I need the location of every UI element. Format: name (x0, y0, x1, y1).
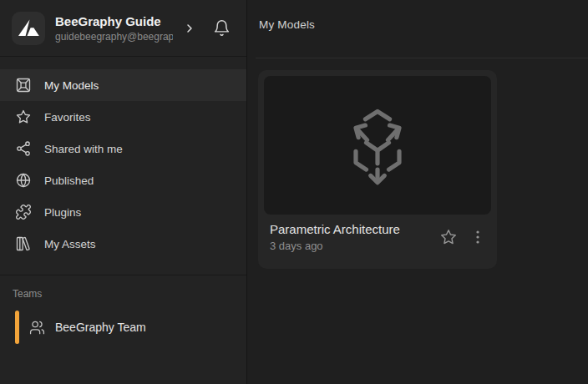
page-title: My Models (259, 18, 588, 31)
teams-section: Teams BeeGraphy Team (0, 275, 246, 346)
main-content: My Models (247, 0, 588, 384)
sidebar-item-label: Favorites (44, 111, 91, 124)
globe-icon (15, 172, 32, 189)
active-team-indicator (15, 311, 19, 344)
sidebar: BeeGraphy Guide guidebeegraphy@beegrap M… (0, 0, 247, 384)
team-name: BeeGraphy Team (55, 321, 146, 334)
bell-icon[interactable] (213, 19, 231, 37)
account-info: BeeGraphy Guide guidebeegraphy@beegrap (55, 14, 173, 43)
sidebar-item-my-models[interactable]: My Models (0, 69, 246, 101)
sidebar-item-shared-with-me[interactable]: Shared with me (0, 133, 246, 164)
sidebar-item-label: My Assets (44, 238, 96, 250)
sidebar-item-label: Shared with me (44, 143, 123, 155)
model-card-text: Parametric Architecture 3 days ago (270, 222, 439, 252)
sidebar-item-label: Plugins (44, 206, 81, 219)
sidebar-item-label: My Models (44, 79, 99, 92)
sidebar-item-favorites[interactable]: Favorites (0, 101, 246, 133)
sidebar-item-label: Published (44, 174, 94, 187)
library-icon (15, 235, 32, 252)
cube-3d-icon (334, 102, 421, 189)
teams-section-label: Teams (0, 275, 246, 300)
sidebar-nav: My Models Favorites Shared with me Publi… (0, 57, 246, 260)
model-timestamp: 3 days ago (270, 240, 439, 252)
app-window: BeeGraphy Guide guidebeegraphy@beegrap M… (0, 0, 588, 384)
model-card[interactable]: Parametric Architecture 3 days ago (258, 70, 497, 269)
team-item-beegraphy[interactable]: BeeGraphy Team (0, 309, 246, 346)
model-thumbnail[interactable] (264, 76, 491, 215)
frame-icon (15, 77, 32, 93)
favorite-star-icon[interactable] (439, 228, 458, 246)
sidebar-item-my-assets[interactable]: My Assets (0, 228, 246, 260)
sidebar-item-published[interactable]: Published (0, 164, 246, 196)
model-title: Parametric Architecture (270, 222, 439, 236)
kebab-menu-icon[interactable] (469, 228, 486, 246)
account-email: guidebeegraphy@beegrap (55, 31, 173, 43)
account-name: BeeGraphy Guide (55, 14, 173, 28)
model-card-footer: Parametric Architecture 3 days ago (264, 215, 491, 252)
sidebar-item-plugins[interactable]: Plugins (0, 196, 246, 228)
star-icon (15, 109, 32, 125)
model-grid: Parametric Architecture 3 days ago (247, 58, 588, 269)
account-header[interactable]: BeeGraphy Guide guidebeegraphy@beegrap (0, 0, 246, 57)
share-icon (15, 140, 32, 157)
users-icon (29, 320, 45, 336)
main-header: My Models (247, 0, 588, 58)
beegraphy-logo (12, 12, 45, 45)
chevron-right-icon[interactable] (183, 22, 196, 35)
puzzle-icon (15, 204, 32, 220)
